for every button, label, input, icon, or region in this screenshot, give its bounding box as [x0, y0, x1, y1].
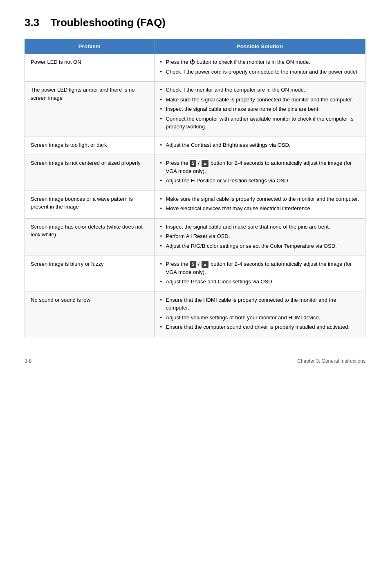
list-item: Press the ⏻ button to check if the monit… — [160, 58, 359, 66]
list-item: Connect the computer with another availa… — [160, 115, 359, 131]
list-item: Press the S / ▲ button for 2-4 seconds t… — [160, 260, 359, 276]
problem-cell: Screen image bounces or a wave pattern i… — [25, 191, 155, 218]
table-row: Screen image has color defects (white do… — [25, 218, 365, 256]
list-item: Adjust the Contrast and Brightness setti… — [160, 141, 359, 149]
problem-cell: Screen image is not centered or sized pr… — [25, 155, 155, 191]
s-button-icon: S — [190, 261, 196, 268]
a-button-icon: ▲ — [202, 160, 209, 167]
table-row: The power LED lights amber and there is … — [25, 82, 365, 137]
faq-table: Problem Possible Solution Power LED is n… — [25, 39, 365, 337]
solution-cell: Check if the monitor and the computer ar… — [154, 82, 365, 137]
section-number: 3.3 — [25, 16, 39, 29]
section-heading: 3.3 Troubleshooting (FAQ) — [25, 16, 365, 29]
solution-cell: Press the S / ▲ button for 2-4 seconds t… — [154, 155, 365, 191]
list-item: Check if the power cord is properly conn… — [160, 68, 359, 76]
table-row: Screen image is blurry or fuzzyPress the… — [25, 256, 365, 292]
list-item: Inspect the signal cable and make sure t… — [160, 223, 359, 231]
section-title: Troubleshooting (FAQ) — [50, 16, 166, 29]
list-item: Make sure the signal cable is properly c… — [160, 195, 359, 203]
list-item: Adjust the Phase and Clock settings via … — [160, 278, 359, 286]
page-footer: 3-8 Chapter 3: General Instructions — [25, 354, 365, 364]
problem-cell: Power LED is not ON — [25, 54, 155, 82]
list-item: Ensure that the HDMI cable is properly c… — [160, 296, 359, 312]
table-row: Screen image is too light or darkAdjust … — [25, 137, 365, 155]
solution-cell: Adjust the Contrast and Brightness setti… — [154, 137, 365, 155]
solution-header: Possible Solution — [154, 39, 365, 54]
footer-chapter: Chapter 3: General Instructions — [297, 358, 365, 364]
problem-cell: No sound or sound is low — [25, 292, 155, 337]
list-item: Adjust the volume settings of both your … — [160, 314, 359, 322]
problem-cell: Screen image is too light or dark — [25, 137, 155, 155]
list-item: Press the S / ▲ button for 2-4 seconds t… — [160, 159, 359, 175]
problem-cell: Screen image has color defects (white do… — [25, 218, 155, 256]
solution-cell: Make sure the signal cable is properly c… — [154, 191, 365, 218]
table-row: Screen image is not centered or sized pr… — [25, 155, 365, 191]
a-button-icon: ▲ — [202, 261, 209, 268]
solution-cell: Inspect the signal cable and make sure t… — [154, 218, 365, 256]
table-row: No sound or sound is lowEnsure that the … — [25, 292, 365, 337]
s-button-icon: S — [190, 160, 196, 167]
list-item: Adjust the H-Position or V-Position sett… — [160, 177, 359, 185]
table-row: Screen image bounces or a wave pattern i… — [25, 191, 365, 218]
list-item: Ensure that the computer sound card driv… — [160, 323, 359, 331]
list-item: Move electrical devices that may cause e… — [160, 204, 359, 213]
solution-cell: Ensure that the HDMI cable is properly c… — [154, 292, 365, 337]
solution-cell: Press the ⏻ button to check if the monit… — [154, 54, 365, 82]
solution-cell: Press the S / ▲ button for 2-4 seconds t… — [154, 256, 365, 292]
table-row: Power LED is not ONPress the ⏻ button to… — [25, 54, 365, 82]
list-item: Check if the monitor and the computer ar… — [160, 86, 359, 94]
problem-cell: Screen image is blurry or fuzzy — [25, 256, 155, 292]
power-button-icon: ⏻ — [190, 59, 195, 65]
list-item: Make sure the signal cable is properly c… — [160, 96, 359, 104]
list-item: Adjust the R/G/B color settings or selec… — [160, 242, 359, 250]
footer-page-number: 3-8 — [25, 358, 31, 364]
problem-cell: The power LED lights amber and there is … — [25, 82, 155, 137]
list-item: Perform All Reset via OSD. — [160, 232, 359, 240]
list-item: Inspect the signal cable and make sure n… — [160, 105, 359, 113]
problem-header: Problem — [25, 39, 155, 54]
